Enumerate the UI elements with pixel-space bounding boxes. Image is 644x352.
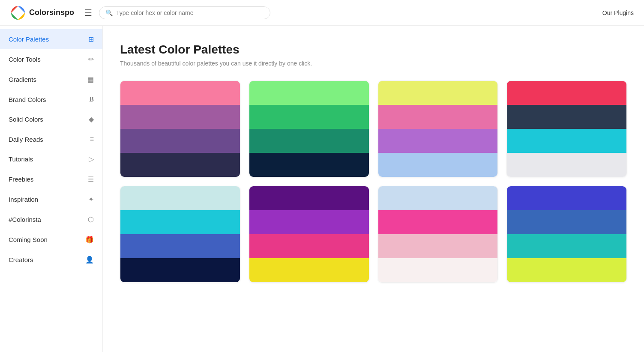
layout: Color Palettes ⊞ Color Tools ✏ Gradients… <box>0 26 644 352</box>
sidebar-label-inspiration: Inspiration <box>9 196 88 203</box>
color-strip-1-1 <box>120 81 240 105</box>
sidebar-label-colorinsta: #Colorinsta <box>9 216 88 223</box>
sidebar-item-gradients[interactable]: Gradients ▦ <box>0 69 102 89</box>
palette-colors-8 <box>507 186 626 282</box>
color-strip-4-4 <box>507 153 626 177</box>
palette-card-1[interactable] <box>120 81 240 177</box>
sidebar-icon-gradients: ▦ <box>87 75 94 84</box>
sidebar-label-freebies: Freebies <box>9 176 88 183</box>
palette-colors-5 <box>120 186 240 282</box>
color-strip-3-1 <box>378 81 498 105</box>
sidebar-icon-inspiration: ✦ <box>88 195 94 203</box>
color-strip-1-4 <box>120 153 240 177</box>
color-strip-8-1 <box>507 186 626 210</box>
color-strip-2-2 <box>249 105 369 129</box>
sidebar-icon-tutorials: ▷ <box>89 155 94 163</box>
color-strip-7-3 <box>378 234 498 258</box>
color-strip-4-2 <box>507 105 626 129</box>
color-strip-3-4 <box>378 153 498 177</box>
color-strip-2-3 <box>249 129 369 153</box>
logo[interactable]: Colorsinspo <box>10 5 74 21</box>
search-icon: 🔍 <box>105 9 113 16</box>
sidebar-label-gradients: Gradients <box>9 76 87 83</box>
color-strip-1-2 <box>120 105 240 129</box>
sidebar-item-tutorials[interactable]: Tutorials ▷ <box>0 149 102 169</box>
palette-card-5[interactable] <box>120 186 240 283</box>
sidebar-label-color-tools: Color Tools <box>9 56 88 63</box>
sidebar-icon-freebies: ☰ <box>88 175 94 183</box>
color-strip-1-3 <box>120 129 240 153</box>
sidebar-item-color-palettes[interactable]: Color Palettes ⊞ <box>0 29 102 49</box>
sidebar-icon-creators: 👤 <box>85 256 94 264</box>
palette-colors-2 <box>249 81 369 177</box>
palette-card-7[interactable] <box>378 186 498 283</box>
sidebar-item-brand-colors[interactable]: Brand Colors B <box>0 89 102 109</box>
header: Colorsinspo ☰ 🔍 Our Plugins <box>0 0 644 26</box>
sidebar-icon-solid-colors: ◆ <box>89 115 94 123</box>
sidebar-label-solid-colors: Solid Colors <box>9 116 89 123</box>
svg-point-1 <box>15 10 21 15</box>
sidebar-item-inspiration[interactable]: Inspiration ✦ <box>0 189 102 209</box>
color-strip-6-2 <box>249 210 369 234</box>
color-strip-5-2 <box>120 210 240 234</box>
sidebar-item-freebies[interactable]: Freebies ☰ <box>0 169 102 189</box>
sidebar-item-creators[interactable]: Creators 👤 <box>0 250 102 270</box>
color-strip-5-3 <box>120 234 240 258</box>
palette-colors-3 <box>378 81 498 177</box>
palette-card-4[interactable] <box>506 81 627 177</box>
palette-card-6[interactable] <box>249 186 369 283</box>
header-right: Our Plugins <box>602 9 634 16</box>
sidebar-label-color-palettes: Color Palettes <box>9 36 88 43</box>
sidebar-icon-coming-soon: 🎁 <box>85 236 94 244</box>
sidebar-label-daily-reads: Daily Reads <box>9 136 90 143</box>
color-strip-6-4 <box>249 258 369 282</box>
main-content: Latest Color Palettes Thousands of beaut… <box>103 26 644 352</box>
sidebar-item-colorinsta[interactable]: #Colorinsta ⬡ <box>0 209 102 230</box>
color-strip-3-3 <box>378 129 498 153</box>
logo-text: Colorsinspo <box>29 8 74 17</box>
search-input[interactable] <box>116 9 264 16</box>
sidebar-item-daily-reads[interactable]: Daily Reads ≡ <box>0 129 102 149</box>
hamburger-button[interactable]: ☰ <box>84 8 92 18</box>
sidebar-icon-colorinsta: ⬡ <box>88 215 94 224</box>
sidebar-label-brand-colors: Brand Colors <box>9 96 89 103</box>
palette-colors-4 <box>507 81 626 177</box>
page-title: Latest Color Palettes <box>120 43 627 57</box>
sidebar: Color Palettes ⊞ Color Tools ✏ Gradients… <box>0 26 103 352</box>
sidebar-icon-brand-colors: B <box>89 95 94 103</box>
color-strip-2-1 <box>249 81 369 105</box>
color-strip-8-3 <box>507 234 626 258</box>
sidebar-label-tutorials: Tutorials <box>9 155 89 163</box>
logo-icon <box>10 5 26 21</box>
nav-plugins[interactable]: Our Plugins <box>602 9 634 16</box>
color-strip-5-1 <box>120 186 240 210</box>
color-strip-7-1 <box>378 186 498 210</box>
palette-grid <box>120 81 627 283</box>
sidebar-icon-color-palettes: ⊞ <box>88 35 94 43</box>
palette-colors-6 <box>249 186 369 282</box>
sidebar-item-color-tools[interactable]: Color Tools ✏ <box>0 49 102 69</box>
sidebar-icon-daily-reads: ≡ <box>90 135 94 143</box>
color-strip-8-4 <box>507 258 626 282</box>
color-strip-6-1 <box>249 186 369 210</box>
color-strip-3-2 <box>378 105 498 129</box>
sidebar-icon-color-tools: ✏ <box>88 55 94 63</box>
color-strip-5-4 <box>120 258 240 282</box>
palette-colors-7 <box>378 186 498 282</box>
sidebar-label-creators: Creators <box>9 256 85 263</box>
palette-card-2[interactable] <box>249 81 369 177</box>
sidebar-item-coming-soon[interactable]: Coming Soon 🎁 <box>0 230 102 250</box>
palette-card-8[interactable] <box>506 186 627 283</box>
palette-card-3[interactable] <box>378 81 498 177</box>
sidebar-item-solid-colors[interactable]: Solid Colors ◆ <box>0 109 102 129</box>
color-strip-6-3 <box>249 234 369 258</box>
page-subtitle: Thousands of beautiful color palettes yo… <box>120 60 627 67</box>
search-area: 🔍 <box>99 6 270 19</box>
color-strip-7-4 <box>378 258 498 282</box>
color-strip-7-2 <box>378 210 498 234</box>
palette-colors-1 <box>120 81 240 177</box>
color-strip-2-4 <box>249 153 369 177</box>
color-strip-8-2 <box>507 210 626 234</box>
color-strip-4-3 <box>507 129 626 153</box>
color-strip-4-1 <box>507 81 626 105</box>
